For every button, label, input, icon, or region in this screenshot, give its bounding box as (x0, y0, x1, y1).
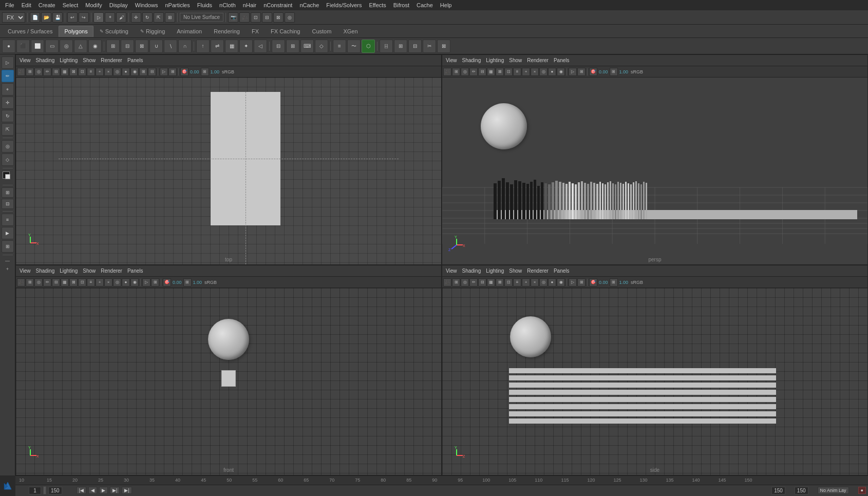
poly-sphere-btn[interactable]: ● (2, 40, 15, 53)
vp-front-lighting[interactable]: Lighting (58, 268, 79, 274)
menu-nconstraint[interactable]: nConstraint (260, 1, 295, 9)
menu-bifrost[interactable]: Bifrost (390, 1, 412, 9)
sculpt-btn[interactable]: ⬡ (362, 40, 375, 53)
vp-front-show[interactable]: Show (81, 268, 97, 274)
bevel-btn[interactable]: ⌨ (300, 40, 314, 53)
transform-tool-button[interactable]: ⊞ (165, 12, 175, 23)
cam-btn-4[interactable]: ⊟ (262, 12, 272, 23)
fill-btn[interactable]: ▦ (225, 40, 238, 53)
vp-persp-view[interactable]: View (444, 57, 459, 64)
vp-top-shading[interactable]: Shading (34, 57, 56, 64)
redo-button[interactable]: ↪ (79, 12, 89, 23)
vp-persp-btn5[interactable]: ⊟ (478, 68, 486, 76)
menu-ncache[interactable]: nCache (296, 1, 322, 9)
vp-front-btn9[interactable]: ≡ (87, 278, 95, 287)
menu-nhair[interactable]: nHair (240, 1, 259, 9)
vp-front-renderer[interactable]: Renderer (99, 268, 124, 274)
vp-top-cam-btn[interactable]: 🎥 (17, 68, 25, 76)
sidebar-grid-btn[interactable]: ⊞ (2, 187, 14, 198)
vp-persp-btn3[interactable]: ◎ (461, 68, 469, 76)
sidebar-select-btn[interactable]: ▷ (2, 56, 14, 69)
menu-file[interactable]: File (2, 1, 17, 9)
select-tool-button[interactable]: ▷ (93, 12, 104, 23)
vp-top-btn8[interactable]: ⊡ (78, 68, 86, 76)
vp-top-btn4[interactable]: ✏ (43, 68, 51, 76)
vp-side-btn6[interactable]: ▦ (487, 278, 495, 287)
vp-front-val2[interactable]: ⊞ (183, 278, 192, 287)
menu-display[interactable]: Display (106, 1, 131, 9)
vp-top-btn11[interactable]: × (104, 68, 112, 76)
separate-btn[interactable]: ⊟ (121, 40, 134, 53)
combine-btn[interactable]: ⊞ (106, 40, 120, 53)
vp-side-btn9[interactable]: ≡ (513, 278, 521, 287)
vp-persp-btn2[interactable]: ⊞ (452, 68, 460, 76)
boolean-union-btn[interactable]: ∪ (149, 40, 163, 53)
poly-cube-btn[interactable]: ⬛ (16, 40, 30, 53)
tab-xgen[interactable]: XGen (337, 26, 363, 37)
poke-btn[interactable]: ✦ (239, 40, 253, 53)
tl-thumb[interactable] (43, 486, 46, 494)
tab-polygons[interactable]: Polygons (59, 26, 93, 37)
vp-side-btn7[interactable]: ⊠ (496, 278, 504, 287)
save-button[interactable]: 💾 (52, 12, 63, 23)
vp-side-renderer[interactable]: Renderer (525, 268, 550, 274)
tab-rigging[interactable]: ✎ Rigging (135, 26, 171, 37)
vp-front-btn14[interactable]: ◉ (130, 278, 139, 287)
menu-fields-solvers[interactable]: Fields/Solvers (323, 1, 365, 9)
smooth-btn[interactable]: 〜 (347, 40, 361, 53)
poly-torus-btn[interactable]: ◎ (60, 40, 73, 53)
vp-persp-btn4[interactable]: ✏ (469, 68, 478, 76)
vp-front-btn2[interactable]: ⊞ (26, 278, 34, 287)
vp-top-btn5[interactable]: ⊟ (52, 68, 60, 76)
vp-persp-panels[interactable]: Panels (552, 57, 571, 64)
sidebar-render-btn[interactable]: ▶ (2, 227, 14, 239)
vp-top-btn17[interactable]: ▷ (160, 68, 168, 76)
tl-next-key-btn[interactable]: ▶| (122, 487, 131, 494)
boolean-intersect-btn[interactable]: ∩ (178, 40, 192, 53)
vp-persp-show[interactable]: Show (507, 57, 523, 64)
vp-top-btn7[interactable]: ⊠ (69, 68, 78, 76)
vp-front-btn15[interactable]: ▷ (142, 278, 150, 287)
tab-sculpting[interactable]: ✎ Sculpting (94, 26, 134, 37)
vp-top-btn15[interactable]: ⊞ (139, 68, 147, 76)
vp-persp-btn7[interactable]: ⊠ (496, 68, 504, 76)
new-scene-button[interactable]: 📄 (30, 12, 40, 23)
vp-persp-btn9[interactable]: ≡ (513, 68, 521, 76)
vp-persp-btn13[interactable]: ● (548, 68, 556, 76)
vp-front-btn11[interactable]: × (104, 278, 112, 287)
tl-play-btn[interactable]: ▶ (99, 487, 108, 494)
vp-front-shading[interactable]: Shading (34, 268, 56, 274)
cam-btn-5[interactable]: ⊠ (273, 12, 284, 23)
vp-front-btn1[interactable]: 🎥 (17, 278, 25, 287)
vp-front-btn5[interactable]: ⊟ (52, 278, 60, 287)
rotate-tool-button[interactable]: ↻ (142, 12, 153, 23)
vp-front-btn16[interactable]: ⊞ (151, 278, 159, 287)
vp-side-btn10[interactable]: + (522, 278, 530, 287)
vp-side-shading[interactable]: Shading (461, 268, 483, 274)
open-button[interactable]: 📂 (41, 12, 51, 23)
menu-create[interactable]: Create (35, 1, 59, 9)
tab-rendering[interactable]: Rendering (208, 26, 246, 37)
menu-help[interactable]: Help (437, 1, 455, 9)
vp-top-content[interactable]: X Y top (16, 78, 441, 264)
vp-front-btn6[interactable]: ▦ (61, 278, 69, 287)
undo-button[interactable]: ↩ (67, 12, 78, 23)
vp-top-btn18[interactable]: ⊞ (168, 68, 177, 76)
extract-btn[interactable]: ⊠ (135, 40, 148, 53)
sidebar-lasso-btn[interactable]: ⌖ (2, 83, 14, 96)
menu-effects[interactable]: Effects (366, 1, 389, 9)
tab-fx-caching[interactable]: FX Caching (265, 26, 306, 37)
vp-persp-cam-btn[interactable]: 🎥 (443, 68, 451, 76)
menu-ncloth[interactable]: nCloth (216, 1, 239, 9)
uv-unwrap-btn[interactable]: ⌸ (380, 40, 393, 53)
cam-btn-2[interactable]: 🎥 (239, 12, 250, 23)
vp-persp-shading[interactable]: Shading (461, 57, 483, 64)
vp-top-show[interactable]: Show (81, 57, 97, 64)
vp-side-btn14[interactable]: ◉ (557, 278, 565, 287)
boolean-diff-btn[interactable]: ∖ (164, 40, 177, 53)
vp-side-lighting[interactable]: Lighting (484, 268, 505, 274)
poly-cylinder-btn[interactable]: ⬜ (31, 40, 44, 53)
vp-side-btn16[interactable]: ⊞ (577, 278, 586, 287)
color-swatches[interactable] (3, 171, 13, 182)
menu-edit[interactable]: Edit (18, 1, 34, 9)
